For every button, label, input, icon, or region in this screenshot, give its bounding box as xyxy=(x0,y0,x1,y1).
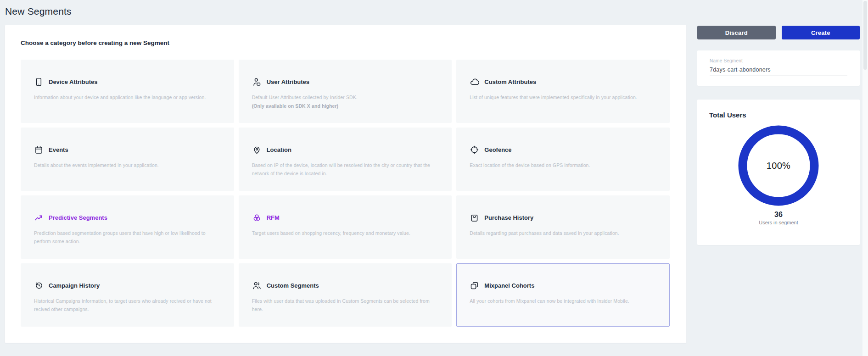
name-segment-label: Name Segment xyxy=(710,58,847,63)
category-title: Device Attributes xyxy=(49,78,97,85)
category-card-custom-attributes[interactable]: Custom Attributes List of unique feature… xyxy=(456,60,670,123)
category-card-purchase-history[interactable]: Purchase History Details regarding past … xyxy=(456,195,670,259)
category-title: Location xyxy=(267,146,291,153)
category-grid: Device Attributes Information about your… xyxy=(21,60,670,327)
category-card-mixpanel-cohorts[interactable]: Mixpanel Cohorts All your cohorts from M… xyxy=(456,263,670,327)
create-button[interactable]: Create xyxy=(782,26,860,39)
category-card-custom-segments[interactable]: Custom Segments Files with user data tha… xyxy=(239,263,452,327)
category-card-geofence[interactable]: Geofence Exact location of the device ba… xyxy=(456,128,670,191)
category-title: Campaign History xyxy=(49,282,100,289)
pin-icon xyxy=(252,145,262,155)
category-description: Information about your device and applic… xyxy=(34,93,224,101)
category-description: All your cohorts from Mixpanel can now b… xyxy=(470,297,659,305)
calendar-icon xyxy=(34,145,44,155)
category-description: Default User Attributes collected by Ins… xyxy=(252,93,442,101)
category-title: Custom Attributes xyxy=(484,78,536,85)
category-card-rfm[interactable]: RFM Target users based on shopping recen… xyxy=(239,195,452,259)
donut-percent-label: 100% xyxy=(738,125,819,206)
category-title: Geofence xyxy=(484,146,511,153)
bag-icon xyxy=(470,213,479,222)
geofence-icon xyxy=(470,145,479,155)
category-description: Prediction based segmentation groups use… xyxy=(34,229,224,245)
category-card-predictive-segments[interactable]: Predictive Segments Prediction based seg… xyxy=(21,195,234,259)
user-id-icon xyxy=(252,77,262,87)
category-card-device-attributes[interactable]: Device Attributes Information about your… xyxy=(21,60,234,123)
device-icon xyxy=(34,77,44,87)
users-icon xyxy=(252,281,262,290)
category-description-note: (Only available on SDK X and higher) xyxy=(252,102,442,110)
category-card-user-attributes[interactable]: User Attributes Default User Attributes … xyxy=(239,60,452,123)
history-icon xyxy=(34,281,44,290)
category-panel: Choose a category before creating a new … xyxy=(5,25,687,343)
users-count: 36 xyxy=(709,211,848,219)
category-title: RFM xyxy=(267,214,280,221)
name-segment-input[interactable] xyxy=(710,67,847,76)
category-description: Historical Campaigns information, to tar… xyxy=(34,297,224,313)
category-title: Events xyxy=(49,146,68,153)
category-description: Exact location of the device based on GP… xyxy=(470,161,659,169)
category-description: Files with user data that was uploaded i… xyxy=(252,297,442,313)
category-title: User Attributes xyxy=(267,78,309,85)
category-description: Details about the events implemented in … xyxy=(34,161,224,169)
panel-subtitle: Choose a category before creating a new … xyxy=(21,39,671,46)
category-card-events[interactable]: Events Details about the events implemen… xyxy=(21,128,234,191)
category-description: Target users based on shopping recency, … xyxy=(252,229,442,237)
category-description: Based on IP of the device, location will… xyxy=(252,161,442,178)
overlap-squares-icon xyxy=(470,281,479,290)
scrollbar-thumb[interactable] xyxy=(863,1,867,70)
total-users-title: Total Users xyxy=(709,111,848,119)
venn-icon xyxy=(252,213,262,222)
sidebar: Discard Create Name Segment Total Users … xyxy=(697,26,860,245)
category-title: Purchase History xyxy=(484,214,533,221)
category-card-location[interactable]: Location Based on IP of the device, loca… xyxy=(239,128,452,191)
total-users-donut: 100% xyxy=(738,125,819,206)
name-segment-card: Name Segment xyxy=(697,50,860,86)
category-title: Predictive Segments xyxy=(49,214,107,221)
category-card-campaign-history[interactable]: Campaign History Historical Campaigns in… xyxy=(21,263,234,327)
users-caption: Users in segment xyxy=(709,220,848,225)
total-users-card: Total Users 100% 36 Users in segment xyxy=(697,100,860,245)
trend-up-icon xyxy=(34,213,44,222)
discard-button[interactable]: Discard xyxy=(697,26,776,39)
category-description: Details regarding past purchases and dat… xyxy=(470,229,659,237)
scrollbar-track[interactable] xyxy=(862,0,868,356)
category-title: Mixpanel Cohorts xyxy=(484,282,534,289)
cloud-icon xyxy=(470,77,479,87)
page-title: New Segments xyxy=(5,6,72,17)
category-description: List of unique features that were implem… xyxy=(470,93,659,101)
category-title: Custom Segments xyxy=(267,282,319,289)
